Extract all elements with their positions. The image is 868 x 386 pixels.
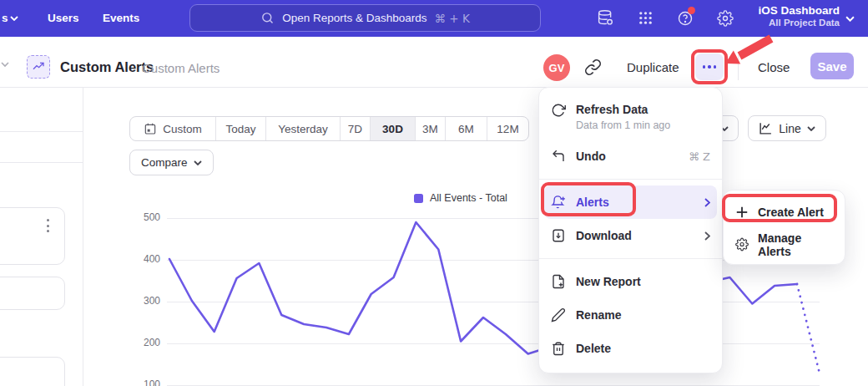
date-range-3m[interactable]: 3M bbox=[416, 117, 446, 140]
chevron-down-icon bbox=[194, 160, 202, 165]
submenu-item-label: Create Alert bbox=[758, 206, 824, 219]
chevron-down-icon bbox=[807, 126, 815, 131]
duplicate-button[interactable]: Duplicate bbox=[627, 60, 679, 74]
metric-card[interactable] bbox=[0, 277, 65, 310]
delete-trash-icon bbox=[551, 341, 566, 356]
date-range-6m[interactable]: 6M bbox=[446, 117, 487, 140]
search-shortcut: ⌘ + K bbox=[435, 12, 470, 25]
submenu-item-label: Manage Alerts bbox=[758, 231, 833, 258]
trend-line-icon bbox=[32, 60, 45, 74]
chevron-down-icon bbox=[10, 16, 18, 21]
menu-item-label: Undo bbox=[576, 150, 679, 163]
left-panel-row-divider bbox=[0, 162, 83, 163]
collapse-chevron-icon[interactable] bbox=[1, 62, 9, 68]
menu-divider bbox=[539, 258, 722, 259]
menu-item-alerts[interactable]: Alerts bbox=[544, 185, 717, 219]
search-icon bbox=[260, 11, 275, 25]
alerts-submenu: Create Alert Manage Alerts bbox=[723, 190, 845, 265]
menu-item-label: Alerts bbox=[576, 196, 694, 209]
date-range-7d[interactable]: 7D bbox=[341, 117, 371, 140]
menu-item-refresh-data[interactable]: Refresh Data Data from 1 min ago bbox=[539, 94, 722, 140]
menu-item-label: Download bbox=[576, 229, 694, 242]
project-switcher[interactable]: iOS Dashboard All Project Data bbox=[758, 4, 840, 28]
alert-bell-icon bbox=[551, 195, 566, 210]
menu-divider bbox=[539, 179, 722, 180]
metric-card[interactable] bbox=[0, 207, 65, 265]
rename-pencil-icon bbox=[551, 307, 566, 323]
menu-item-label: Delete bbox=[576, 342, 710, 355]
save-button[interactable]: Save bbox=[810, 53, 854, 79]
project-scope: All Project Data bbox=[758, 18, 840, 28]
left-panel-row-divider bbox=[0, 131, 83, 132]
legend-swatch bbox=[414, 194, 423, 203]
line-chart-icon bbox=[759, 121, 773, 135]
y-axis-tick-label: 400 bbox=[132, 253, 160, 265]
y-axis-tick-label: 500 bbox=[132, 211, 160, 223]
metric-card[interactable] bbox=[0, 357, 65, 386]
download-icon bbox=[551, 228, 566, 243]
settings-icon[interactable] bbox=[717, 10, 734, 27]
plus-icon bbox=[735, 206, 749, 219]
chevron-right-icon bbox=[704, 198, 710, 207]
new-report-icon bbox=[551, 274, 566, 289]
report-type-badge bbox=[27, 55, 50, 79]
app-window: 500400300200100 All Events - Total Custo… bbox=[0, 0, 868, 386]
nav-item-users[interactable]: Users bbox=[48, 12, 79, 24]
notification-badge bbox=[688, 7, 695, 14]
chart-legend-item[interactable]: All Events - Total bbox=[414, 192, 507, 204]
apps-grid-icon[interactable] bbox=[638, 10, 654, 26]
menu-item-label: Refresh Data bbox=[576, 103, 710, 116]
search-bar[interactable]: Open Reports & Dashboards ⌘ + K bbox=[189, 4, 541, 32]
copy-link-icon[interactable] bbox=[584, 58, 602, 76]
legend-label: All Events - Total bbox=[430, 192, 507, 204]
submenu-item-manage-alerts[interactable]: Manage Alerts bbox=[724, 228, 845, 261]
y-axis-tick-label: 300 bbox=[132, 295, 160, 307]
nav-item-cutoff[interactable]: s bbox=[2, 12, 8, 24]
gear-icon bbox=[735, 237, 749, 251]
undo-icon bbox=[551, 149, 566, 164]
menu-item-label: New Report bbox=[576, 275, 710, 288]
date-range-custom[interactable]: Custom bbox=[130, 117, 216, 140]
search-placeholder: Open Reports & Dashboards bbox=[282, 12, 426, 24]
compare-dropdown[interactable]: Compare bbox=[129, 150, 214, 175]
date-range-today[interactable]: Today bbox=[216, 117, 266, 140]
avatar[interactable]: GV bbox=[543, 54, 570, 81]
menu-item-undo[interactable]: Undo ⌘ Z bbox=[539, 140, 722, 173]
calendar-icon bbox=[144, 122, 157, 135]
y-axis-tick-label: 200 bbox=[132, 337, 160, 348]
y-axis-tick-label: 100 bbox=[132, 378, 160, 386]
date-range-30d-selected[interactable]: 30D bbox=[371, 117, 416, 140]
menu-item-shortcut: ⌘ Z bbox=[689, 150, 710, 163]
data-icon[interactable] bbox=[597, 9, 614, 27]
date-range-yesterday[interactable]: Yesterday bbox=[266, 117, 341, 140]
close-button[interactable]: Close bbox=[758, 60, 790, 74]
project-name: iOS Dashboard bbox=[758, 4, 840, 17]
page-title: Custom Alerts bbox=[60, 59, 154, 75]
nav-item-events[interactable]: Events bbox=[103, 12, 139, 24]
menu-item-download[interactable]: Download bbox=[539, 219, 722, 252]
gridline bbox=[167, 385, 820, 386]
chevron-down-icon bbox=[845, 16, 855, 22]
refresh-icon bbox=[551, 103, 566, 118]
date-range-label: Custom bbox=[163, 123, 202, 135]
kebab-menu-icon[interactable] bbox=[43, 216, 53, 236]
chevron-right-icon bbox=[704, 231, 710, 241]
date-range-selector: Custom Today Yesterday 7D 30D 3M 6M 12M bbox=[129, 116, 529, 141]
more-options-menu: Refresh Data Data from 1 min ago Undo ⌘ … bbox=[538, 87, 723, 373]
header-divider bbox=[738, 55, 739, 80]
menu-item-delete[interactable]: Delete bbox=[539, 332, 722, 365]
chart-type-dropdown[interactable]: Line bbox=[748, 115, 826, 141]
more-options-button[interactable] bbox=[695, 53, 724, 80]
menu-item-label: Rename bbox=[576, 308, 710, 322]
menu-item-rename[interactable]: Rename bbox=[539, 298, 722, 332]
submenu-item-create-alert[interactable]: Create Alert bbox=[724, 196, 845, 228]
date-range-12m[interactable]: 12M bbox=[487, 117, 528, 140]
breadcrumb: Custom Alerts bbox=[142, 61, 220, 75]
menu-item-new-report[interactable]: New Report bbox=[539, 265, 722, 298]
menu-item-sublabel: Data from 1 min ago bbox=[576, 119, 710, 131]
left-panel-divider bbox=[83, 88, 83, 386]
